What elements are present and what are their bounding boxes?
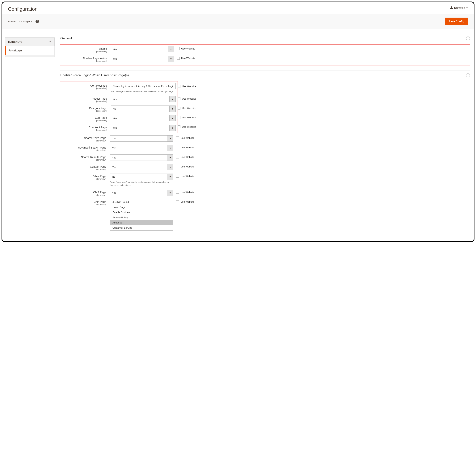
select-search-term-page-value: Yes xyxy=(110,136,167,142)
sidebar-group-label: MAGEANTS xyxy=(8,40,22,43)
select-cart-page-value: Yes xyxy=(111,115,169,121)
save-config-button[interactable]: Save Config xyxy=(445,18,468,25)
label-enable: Enable xyxy=(61,47,107,50)
checkbox-use-website-searchterm[interactable] xyxy=(176,136,179,139)
chevron-down-icon: ▼ xyxy=(169,106,176,112)
label-use-website: Use Website xyxy=(180,156,194,159)
multiselect-option[interactable]: About us xyxy=(110,220,173,225)
checkbox-use-website-contact[interactable] xyxy=(176,165,179,168)
multiselect-option[interactable]: Enable Cookies xyxy=(110,210,173,215)
select-cart-page[interactable]: Yes ▼ xyxy=(111,115,176,121)
select-checkout-page[interactable]: Yes ▼ xyxy=(111,125,176,131)
label-use-website: Use Website xyxy=(180,200,194,203)
multiselect-option[interactable]: 404 Not Found xyxy=(110,199,173,204)
chevron-down-icon: ▼ xyxy=(169,115,176,121)
page-title: Configuration xyxy=(8,6,38,12)
user-menu[interactable]: forcelogin ▼ xyxy=(450,6,468,9)
note-other-page: Apply "force login" function to custom p… xyxy=(110,181,173,187)
select-search-term-page[interactable]: Yes ▼ xyxy=(110,135,173,142)
select-contact-page[interactable]: Yes ▼ xyxy=(110,164,173,170)
multiselect-option[interactable]: Privacy Policy xyxy=(110,215,173,220)
scope-value: forcelogin xyxy=(19,20,29,23)
label-advanced-search-page: Advanced Search Page xyxy=(60,146,106,149)
checkbox-use-website-cmspage[interactable] xyxy=(176,200,179,203)
label-checkout-page: Checkout Page xyxy=(61,126,107,129)
select-search-results-page[interactable]: Yes ▼ xyxy=(110,154,173,161)
scopehint: [store view] xyxy=(61,129,107,131)
select-cms-page-value: Yes xyxy=(110,190,167,196)
scopehint: [store view] xyxy=(60,168,106,171)
select-product-page[interactable]: Yes ▼ xyxy=(111,96,176,102)
select-category-page[interactable]: No ▼ xyxy=(111,106,176,112)
multiselect-option[interactable]: Customer Service xyxy=(110,225,173,230)
label-cart-page: Cart Page xyxy=(61,116,107,119)
checkbox-use-website-category[interactable] xyxy=(178,107,180,110)
highlight-force-login: Alert Message [store view] The message i… xyxy=(60,81,178,133)
sidebar-group-mageants[interactable]: MAGEANTS ⌃ xyxy=(5,38,55,46)
chevron-down-icon: ▼ xyxy=(167,136,173,142)
select-search-results-page-value: Yes xyxy=(110,155,167,161)
checkbox-use-website-other[interactable] xyxy=(176,175,179,178)
chevron-down-icon: ▼ xyxy=(167,174,173,180)
chevron-down-icon: ▼ xyxy=(168,56,174,62)
checkbox-use-website-checkout[interactable] xyxy=(178,125,180,128)
label-use-website: Use Website xyxy=(180,165,194,168)
label-use-website: Use Website xyxy=(180,136,194,139)
label-other-page: Other Page xyxy=(60,175,106,178)
chevron-down-icon: ▼ xyxy=(31,21,33,23)
sidebar-tail xyxy=(5,55,55,57)
checkbox-use-website-enable[interactable] xyxy=(177,47,180,50)
select-disable-registration[interactable]: Yes ▼ xyxy=(111,56,174,62)
select-disable-registration-value: Yes xyxy=(111,56,168,62)
chevron-down-icon: ▼ xyxy=(169,96,176,102)
checkbox-use-website-advsearch[interactable] xyxy=(176,146,179,149)
multiselect-cms-page[interactable]: 404 Not FoundHome PageEnable CookiesPriv… xyxy=(110,199,173,231)
scopehint: [store view] xyxy=(61,110,107,112)
label-use-website: Use Website xyxy=(181,47,195,50)
checkbox-use-website-searchres[interactable] xyxy=(176,156,179,159)
checkbox-use-website-cart[interactable] xyxy=(178,116,180,119)
select-other-page-value: No xyxy=(110,174,167,180)
label-use-website: Use Website xyxy=(180,146,194,149)
select-enable-value: Yes xyxy=(111,46,168,52)
sidebar-item-forcelogin[interactable]: ForceLogin xyxy=(5,46,55,55)
input-alert-message[interactable] xyxy=(111,83,176,89)
checkbox-use-website-disable-reg[interactable] xyxy=(177,57,180,60)
checkbox-use-website-cms[interactable] xyxy=(176,191,179,194)
scopehint: [store view] xyxy=(60,149,106,151)
scopehint: [store view] xyxy=(61,119,107,121)
collapse-toggle-force-login[interactable]: ⌃ xyxy=(466,73,470,77)
select-enable[interactable]: Yes ▼ xyxy=(111,46,174,52)
chevron-down-icon: ▼ xyxy=(169,125,176,131)
highlight-general: Enable [store view] Yes ▼ Use Website xyxy=(60,44,470,66)
label-use-website: Use Website xyxy=(181,57,195,60)
scopehint: [store view] xyxy=(61,100,107,102)
select-contact-page-value: Yes xyxy=(110,164,167,170)
scopehint: [store view] xyxy=(60,203,106,206)
select-cms-page[interactable]: Yes ▼ xyxy=(110,190,173,196)
collapse-toggle-general[interactable]: ⌃ xyxy=(466,37,470,40)
multiselect-option[interactable]: Home Page xyxy=(110,204,173,210)
select-advanced-search-page-value: Yes xyxy=(110,145,167,151)
label-use-website: Use Website xyxy=(182,107,196,110)
label-search-results-page: Search Results Page xyxy=(60,156,106,159)
scopehint: [store view] xyxy=(60,194,106,196)
help-icon[interactable]: ? xyxy=(36,20,39,23)
section-title-general: General xyxy=(60,37,72,40)
select-other-page[interactable]: No ▼ xyxy=(110,174,173,180)
scopehint: [store view] xyxy=(61,87,107,90)
scopehint: [store view] xyxy=(60,140,106,142)
label-use-website: Use Website xyxy=(182,116,196,119)
user-menu-label: forcelogin xyxy=(454,6,465,9)
scopehint: [store view] xyxy=(61,60,107,62)
scopehint: [store view] xyxy=(61,50,107,53)
label-category-page: Category Page xyxy=(61,107,107,110)
label-use-website: Use Website xyxy=(180,191,194,194)
checkbox-use-website-product[interactable] xyxy=(178,97,180,100)
scopehint: [store view] xyxy=(60,178,106,180)
checkbox-use-website-alert[interactable] xyxy=(178,85,180,88)
chevron-down-icon: ▼ xyxy=(466,7,468,9)
label-cms-page-multi: Cms Page xyxy=(60,200,106,203)
scope-select[interactable]: forcelogin ▼ xyxy=(19,20,33,23)
select-advanced-search-page[interactable]: Yes ▼ xyxy=(110,145,173,151)
